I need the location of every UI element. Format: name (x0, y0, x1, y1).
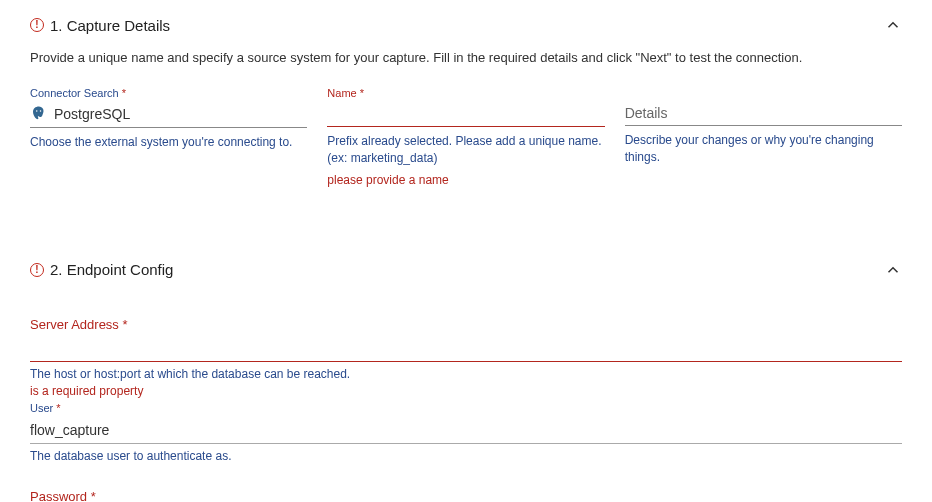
section-title: 1. Capture Details (50, 17, 170, 34)
name-helper: Prefix already selected. Please add a un… (327, 133, 604, 167)
chevron-up-icon[interactable] (884, 261, 902, 279)
details-helper: Describe your changes or why you're chan… (625, 132, 902, 166)
server-address-error: is a required property (30, 384, 902, 398)
svg-point-0 (36, 110, 38, 112)
name-error: please provide a name (327, 173, 604, 187)
section-title: 2. Endpoint Config (50, 261, 173, 278)
connector-helper: Choose the external system you're connec… (30, 134, 307, 151)
details-input[interactable] (625, 102, 902, 126)
connector-label: Connector Search (30, 87, 307, 99)
name-label: Name (327, 87, 604, 99)
section-capture-details-header[interactable]: ! 1. Capture Details (30, 0, 902, 44)
server-address-field: Server Address * The host or host:port a… (30, 317, 902, 398)
user-helper: The database user to authenticate as. (30, 449, 902, 463)
connector-field: Connector Search PostgreSQL Choose the e… (30, 87, 307, 187)
connector-value: PostgreSQL (54, 106, 130, 122)
section-title-wrap: ! 2. Endpoint Config (30, 261, 173, 278)
user-field: User The database user to authenticate a… (30, 402, 902, 463)
password-field: Password * Password for the specified da… (30, 489, 902, 502)
section-endpoint-config-header[interactable]: ! 2. Endpoint Config (30, 245, 902, 289)
section-description: Provide a unique name and specify a sour… (30, 50, 902, 65)
connector-search-input[interactable]: PostgreSQL (30, 103, 307, 128)
user-label: User (30, 402, 902, 414)
server-address-input[interactable] (30, 336, 902, 362)
server-address-label: Server Address * (30, 317, 902, 332)
user-input[interactable] (30, 418, 902, 444)
svg-point-1 (40, 110, 42, 112)
name-field: Name Prefix already selected. Please add… (327, 87, 604, 187)
details-field: Describe your changes or why you're chan… (625, 87, 902, 187)
chevron-up-icon[interactable] (884, 16, 902, 34)
postgresql-icon (30, 105, 48, 123)
capture-fields-row: Connector Search PostgreSQL Choose the e… (30, 87, 902, 187)
error-icon: ! (30, 18, 44, 32)
section-title-wrap: ! 1. Capture Details (30, 17, 170, 34)
server-address-helper: The host or host:port at which the datab… (30, 367, 902, 381)
name-input[interactable] (327, 103, 604, 127)
error-icon: ! (30, 263, 44, 277)
password-label: Password * (30, 489, 902, 502)
